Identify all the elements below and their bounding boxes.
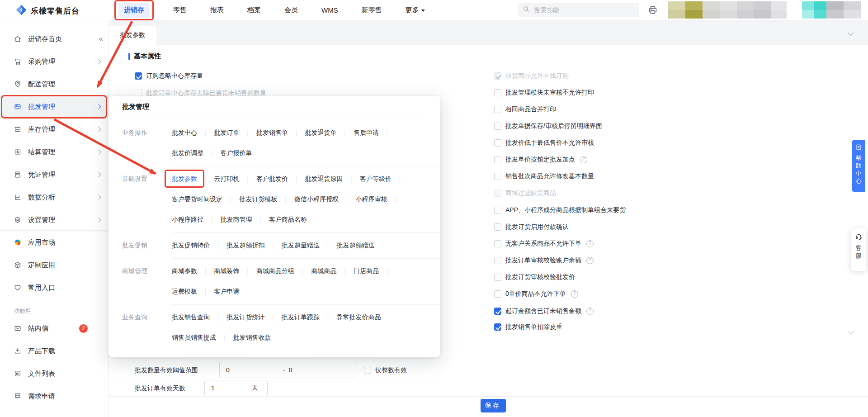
checkbox[interactable] — [494, 274, 501, 281]
nav-tab[interactable]: 新零售 — [362, 6, 382, 14]
nav-tab[interactable]: 零售 — [173, 6, 187, 14]
printer-icon[interactable] — [647, 5, 658, 17]
sidebar-item-chart[interactable]: 数据分析 — [0, 186, 108, 208]
popup-menu-item[interactable]: 售后申请 — [354, 123, 379, 142]
help-question-icon[interactable] — [586, 308, 594, 315]
nav-tab[interactable]: 更多 — [406, 6, 425, 14]
popup-menu-item[interactable]: 销售员销售提成 — [172, 327, 216, 347]
customer-service-button[interactable]: 客服 — [851, 228, 866, 271]
sidebar-item-market[interactable]: 应用市场 — [0, 231, 108, 254]
checkbox[interactable] — [494, 123, 501, 130]
popup-menu-item[interactable]: 客户申请 — [214, 281, 240, 301]
integer-only-checkbox[interactable] — [364, 367, 371, 374]
sidebar-item-voucher[interactable]: 凭证管理 — [0, 163, 108, 186]
popup-menu-item[interactable]: 客户报价单 — [221, 143, 252, 163]
checkbox-row[interactable]: 批发订单审核校验账户余额 — [494, 256, 594, 265]
nav-tab[interactable]: 报表 — [210, 6, 224, 14]
popup-menu-item[interactable]: 批发销售收款 — [233, 327, 271, 347]
popup-menu-item[interactable]: 批发中心 — [172, 123, 197, 142]
sidebar-item-request[interactable]: 需求申请 — [0, 385, 108, 408]
popup-menu-item[interactable]: 批发订货统计 — [227, 307, 265, 327]
qty-threshold-min[interactable]: 0 — [220, 366, 283, 374]
popup-menu-item[interactable]: 商城商品分组 — [256, 261, 294, 281]
checkbox-row[interactable]: 0单价商品不允许下单 — [494, 290, 578, 298]
popup-menu-item[interactable]: 批发超额赠送 — [337, 235, 375, 255]
sidebar-collapse-icon[interactable]: « — [99, 28, 103, 50]
popup-menu-item[interactable]: 批发退货原因 — [305, 169, 343, 189]
popup-menu-item[interactable]: 商城商品 — [311, 261, 337, 281]
sidebar-item-settle[interactable]: 结算管理 — [0, 141, 108, 163]
checkbox[interactable] — [494, 89, 501, 96]
popup-menu-item[interactable]: 运费模板 — [172, 281, 197, 301]
checkbox[interactable] — [494, 106, 501, 113]
popup-menu-item[interactable]: 云打印机 — [214, 169, 240, 189]
popup-menu-item[interactable]: 批发商管理 — [221, 209, 252, 229]
help-question-icon[interactable] — [571, 290, 578, 298]
popup-menu-item[interactable]: 小程序路径 — [172, 209, 203, 229]
nav-tab[interactable]: 档案 — [247, 6, 261, 14]
popup-menu-item[interactable]: 商城装饰 — [214, 261, 240, 281]
checkbox[interactable] — [494, 290, 501, 298]
checkbox-row[interactable]: 销售批次商品允许修改基本数量 — [494, 172, 594, 180]
sidebar-item-download[interactable]: 产品下载 — [0, 340, 108, 362]
popup-menu-item[interactable]: 客户等级价 — [360, 169, 392, 189]
popup-menu-item[interactable]: 客户批发价 — [256, 169, 288, 189]
checkbox[interactable] — [494, 72, 501, 80]
popup-menu-item[interactable]: 小程序审核 — [356, 189, 387, 209]
checkbox-row[interactable]: 批发单据保存/审核后停留明细界面 — [494, 122, 602, 130]
popup-menu-item[interactable]: 异常批发价商品 — [337, 307, 381, 327]
checkbox[interactable] — [494, 240, 501, 247]
checkbox[interactable] — [494, 190, 501, 197]
sidebar-item-cube[interactable]: 定制应用 — [0, 254, 108, 276]
checkbox-row[interactable]: 缺货商品允许在线订购 — [494, 72, 569, 80]
sidebar-item-heart[interactable]: 常用入口 — [0, 276, 108, 299]
qty-threshold-input[interactable]: 0 - 0 — [219, 362, 356, 378]
popup-menu-item[interactable]: 商城参数 — [172, 261, 197, 281]
sidebar-item-mail[interactable]: 站内信2 — [0, 317, 108, 340]
checkbox-row[interactable]: 批发订货启用付款确认 — [494, 223, 569, 231]
sidebar-item-pin[interactable]: 配送管理 — [0, 73, 108, 95]
nav-tab[interactable]: 进销存 — [118, 3, 150, 18]
checkbox-row[interactable]: 批发订货审核校验批发价 — [494, 273, 575, 281]
save-button[interactable]: 保存 — [481, 399, 506, 412]
checkbox[interactable] — [494, 139, 501, 147]
search-input[interactable] — [533, 6, 625, 14]
global-search[interactable] — [518, 3, 639, 17]
popup-menu-item[interactable]: 微信小程序授权 — [294, 189, 339, 209]
popup-menu-item[interactable]: 批发销售查询 — [172, 307, 210, 327]
sidebar-item-gear[interactable]: 设置管理 — [0, 208, 108, 231]
checkbox-row[interactable]: 批发销售单扣除皮重 — [494, 323, 562, 331]
popup-menu-item[interactable]: 批发超额折扣 — [227, 235, 265, 255]
checkbox[interactable] — [494, 223, 501, 231]
checkbox[interactable] — [494, 207, 501, 214]
help-center-button[interactable]: 帮助中心 — [852, 140, 865, 192]
qty-threshold-max[interactable]: 0 — [289, 366, 292, 374]
help-question-icon[interactable] — [586, 257, 594, 264]
popup-menu-item[interactable]: 批发促销特价 — [172, 235, 210, 255]
checkbox[interactable] — [494, 257, 501, 264]
popup-menu-item[interactable]: 客户商品名称 — [269, 209, 307, 229]
integer-only-checkbox-row[interactable]: 仅整数有效 — [364, 366, 407, 374]
checkbox-row[interactable]: 批发价低于最低售价不允许审核 — [494, 139, 594, 147]
sidebar-item-cart[interactable]: 采购管理 — [0, 50, 108, 73]
checkbox[interactable] — [494, 308, 501, 315]
chevron-down-icon[interactable] — [848, 30, 854, 36]
popup-menu-item[interactable]: 批发退货单 — [305, 123, 337, 142]
sidebar-item-home[interactable]: 进销存首页« — [0, 28, 108, 50]
popup-menu-item[interactable]: 批发订货模板 — [240, 189, 278, 209]
help-question-icon[interactable] — [586, 240, 594, 247]
popup-menu-item[interactable]: 批发参数 — [172, 169, 197, 189]
checkbox-row[interactable]: 商城过滤缺货商品 — [494, 189, 556, 197]
checkbox-row[interactable]: 起订金额含已订未销售金额 — [494, 307, 594, 315]
popup-menu-item[interactable]: 客户要货时间设定 — [172, 189, 222, 209]
sidebar-item-inventory[interactable]: 库存管理 — [0, 118, 108, 141]
checkbox-row[interactable]: 无客户关系商品不允许下单 — [494, 240, 594, 248]
checkbox-row[interactable]: 订购忽略中心库存量 — [135, 72, 203, 80]
popup-menu-item[interactable]: 批发订单 — [214, 123, 240, 142]
nav-tab[interactable]: 会员 — [284, 6, 298, 14]
chevron-down-icon[interactable] — [848, 328, 854, 334]
popup-menu-item[interactable]: 批发价调整 — [172, 143, 203, 163]
checkbox[interactable] — [494, 156, 501, 163]
help-question-icon[interactable] — [580, 156, 587, 163]
sidebar-item-wholesale[interactable]: 批发管理 — [0, 95, 108, 118]
